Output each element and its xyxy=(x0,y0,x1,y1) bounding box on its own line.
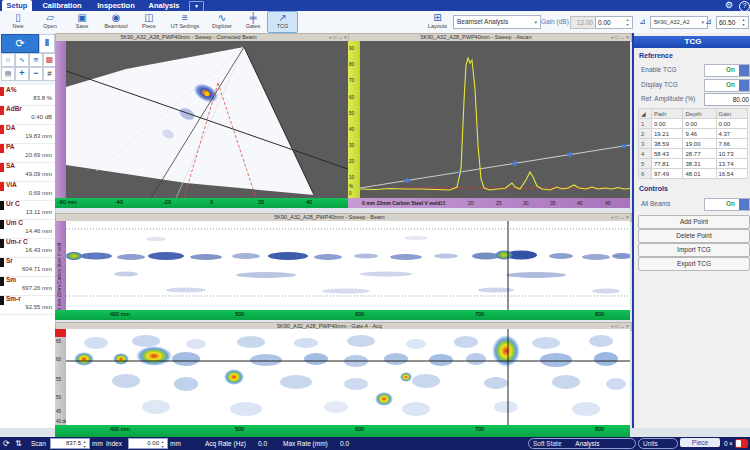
bscan-x-ruler: 400 mm 500 600 700 800 xyxy=(55,310,630,320)
ref-amplitude-input[interactable]: 80.00 xyxy=(704,93,750,106)
menu-tab-analysis[interactable]: Analysis xyxy=(144,0,184,11)
up-down-icon[interactable]: ⇅ xyxy=(15,437,22,450)
soft-state-label: Soft State xyxy=(533,440,562,447)
open-button[interactable]: ▱Open xyxy=(35,12,65,32)
chevron-down-icon: ▾ xyxy=(534,16,537,28)
envelope-icon[interactable]: ∿ xyxy=(15,53,29,67)
max-rate-value: 0.0 xyxy=(340,437,349,450)
menu-tab-setup[interactable]: Setup xyxy=(2,0,32,11)
index-input[interactable]: 0.00▴▾ xyxy=(128,438,168,449)
table-row[interactable]: 338.5919.007.66 xyxy=(639,139,748,149)
ascan-plot[interactable] xyxy=(360,41,630,198)
piece-button[interactable]: Piece xyxy=(680,438,720,447)
new-button[interactable]: ▯New xyxy=(3,12,33,32)
readings-panel: A%83.8 % AdBr0.40 dB DA19.83 mm PA20.69 … xyxy=(0,85,56,428)
reference-section-label: Reference xyxy=(639,52,673,59)
gain-spinner[interactable]: ▴▾ xyxy=(624,17,631,27)
view-header-icons[interactable]: + □ ↔ × xyxy=(611,34,629,41)
ref-amplitude-label: Ref. Amplitude (%) xyxy=(641,95,695,102)
delete-point-button[interactable]: Delete Point xyxy=(638,229,750,243)
reading-row: ViA0.69 mm xyxy=(0,181,55,201)
add-point-button[interactable]: Add Point xyxy=(638,215,750,229)
all-beams-toggle[interactable]: On xyxy=(704,198,750,211)
units-label: Units xyxy=(643,440,658,447)
soft-state-value: Analysis xyxy=(575,440,599,447)
bscan-y-ruler: 0 mm 22mm Carbon Steel V weld xyxy=(55,221,66,310)
table-row[interactable]: 577.8138.3113.74 xyxy=(639,159,748,169)
chevron-down-icon: ▾ xyxy=(701,17,704,28)
sort-corner-cell[interactable]: ◢ xyxy=(639,109,652,119)
view-header-icons[interactable]: + □ ↔ × xyxy=(611,214,629,221)
smoothing-icon[interactable]: ≋ xyxy=(29,53,43,67)
table-row[interactable]: 10.000.000.00 xyxy=(639,119,748,129)
scan-unit: mm xyxy=(92,437,103,450)
beamset-analysis-select[interactable]: Beamset Analysis▾ xyxy=(453,15,541,29)
scan-input[interactable]: 837.5▴▾ xyxy=(50,438,90,449)
reading-row: SA49.09 mm xyxy=(0,162,55,182)
display-tcg-toggle[interactable]: On xyxy=(704,79,750,92)
layouts-button[interactable]: ⊞Layouts xyxy=(424,12,451,32)
bscan-plot[interactable] xyxy=(66,221,630,310)
report-icon[interactable]: ▤ xyxy=(1,67,15,81)
beamtool-button[interactable]: ◉Beamtool xyxy=(100,12,132,32)
units-pill: Units mm xyxy=(638,438,678,449)
gates-button[interactable]: ╪Gates xyxy=(240,12,266,32)
menu-tab-calibration[interactable]: Calibration xyxy=(36,0,88,11)
table-row[interactable]: 219.219.464.37 xyxy=(639,129,748,139)
acq-rate-value: 0.0 xyxy=(258,437,267,450)
save-button[interactable]: ▣Save xyxy=(67,12,97,32)
pause-button[interactable]: ‖ xyxy=(39,34,55,53)
reading-indicator xyxy=(0,220,4,229)
sector-x-ruler: -60 mm -40 -20 0 20 40 xyxy=(55,198,348,208)
table-header-row: ◢ Path Depth Gain xyxy=(639,109,748,119)
zoom-out-icon[interactable]: − xyxy=(29,67,43,81)
view-header-icons[interactable]: + □ ↔ × xyxy=(329,34,347,41)
export-tcg-button[interactable]: Export TCG xyxy=(638,257,750,271)
gate-a-marker xyxy=(55,329,66,337)
ascan-amplitude-ruler: 90 80 70 60 50 40 30 20 10 % 0 xyxy=(348,41,360,198)
reading-indicator xyxy=(0,239,4,248)
acq-rate-label: Acq Rate (Hz) xyxy=(205,437,246,450)
sector-scan-plot[interactable] xyxy=(66,41,348,198)
angle-input[interactable]: 60.50 ▴▾ xyxy=(716,16,749,29)
sync-icon[interactable]: ⟳ xyxy=(3,437,10,450)
sliders-icon: ≡ xyxy=(166,12,204,23)
index-spinner[interactable]: ▴▾ xyxy=(159,439,166,449)
reading-row: Sm-r92.55 mm xyxy=(0,295,55,315)
reading-row: Um C14.46 mm xyxy=(0,219,55,239)
piece-button[interactable]: ◫Piece xyxy=(134,12,164,32)
gear-icon[interactable]: ⚙ xyxy=(725,0,733,11)
scan-spinner[interactable]: ▴▾ xyxy=(81,439,88,449)
table-row[interactable]: 458.4328.7710.73 xyxy=(639,149,748,159)
ut-settings-button[interactable]: ≡UT Settings xyxy=(166,12,204,32)
sync-cursors-button[interactable]: ⟳ xyxy=(1,34,39,53)
connection-toggle[interactable] xyxy=(735,439,748,448)
reading-indicator xyxy=(0,106,4,115)
digitizer-button[interactable]: ∿Digitizer xyxy=(206,12,238,32)
beam-select[interactable]: 5K90_A32_A2▾ xyxy=(650,16,708,29)
angle-spinner[interactable]: ▴▾ xyxy=(740,17,747,27)
toggle-knob xyxy=(739,65,749,76)
import-tcg-button[interactable]: Import TCG xyxy=(638,243,750,257)
tcg-panel: TCG Reference Enable TCG On Display TCG … xyxy=(632,33,750,428)
reading-row: Sr604.71 mm xyxy=(0,257,55,277)
cscan-x-ruler: 400 mm 500 600 700 800 xyxy=(55,425,630,437)
gain-input[interactable]: 0.00 ▴▾ xyxy=(595,16,633,29)
close-icon[interactable]: × xyxy=(729,437,733,450)
menu-bar: Setup Calibration Inspection Analysis ▾ … xyxy=(0,0,750,11)
tcg-button[interactable]: ↗TCG xyxy=(267,11,298,33)
reading-row: A%83.8 % xyxy=(0,86,55,106)
cscan-plot[interactable] xyxy=(66,329,630,425)
ellipse-select-icon[interactable]: ○ xyxy=(1,53,15,67)
toggle-knob xyxy=(739,80,749,91)
zoom-in-icon[interactable]: + xyxy=(15,67,29,81)
index-unit: mm xyxy=(170,437,181,450)
menu-tab-inspection[interactable]: Inspection xyxy=(92,0,140,11)
tcg-panel-title: TCG xyxy=(634,36,750,48)
reading-row: DA19.83 mm xyxy=(0,124,55,144)
save-floppy-icon: ▣ xyxy=(67,12,97,23)
soft-state-pill: Soft State Analysis xyxy=(528,438,636,449)
enable-tcg-toggle[interactable]: On xyxy=(704,64,750,77)
reading-row: Ur C13.11 mm xyxy=(0,200,55,220)
table-row[interactable]: 697.4948.0116.54 xyxy=(639,169,748,179)
